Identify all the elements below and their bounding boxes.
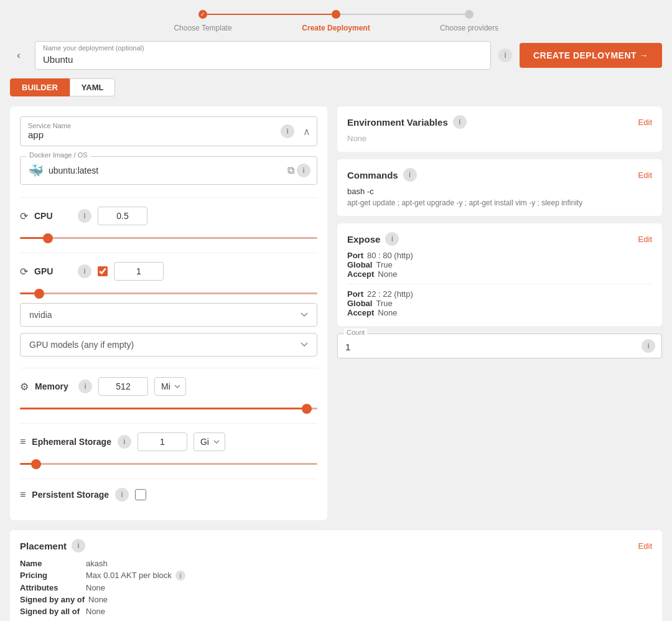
docker-info-icon[interactable]: i — [297, 164, 310, 177]
docker-image-label: Docker Image / OS — [27, 151, 90, 159]
placement-pricing-row: Pricing Max 0.01 AKT per block i — [20, 571, 652, 581]
placement-signed-all-row: Signed by all of None — [20, 607, 652, 616]
placement-title: Placement — [20, 541, 67, 551]
persistent-storage-checkbox[interactable] — [135, 489, 146, 500]
memory-section: ⚙ Memory i Mi Gi — [20, 368, 317, 412]
cpu-input[interactable] — [98, 207, 147, 225]
expose-card: Expose i Edit Port80 : 80 (http) GlobalT… — [337, 223, 662, 326]
commands-card: Commands i Edit bash -c apt-get update ;… — [337, 159, 662, 216]
env-variables-card: Environment Variables i Edit None — [337, 106, 662, 152]
commands-edit-link[interactable]: Edit — [638, 170, 652, 180]
right-panel: Environment Variables i Edit None Comman… — [337, 106, 662, 358]
expose-info-icon[interactable]: i — [385, 232, 399, 246]
expose-port-2: Port22 : 22 (http) GlobalTrue AcceptNone — [347, 289, 652, 317]
step-choose-template: ✓ — [198, 10, 207, 21]
persistent-storage-section: ≡ Persistent Storage i — [20, 479, 317, 510]
step-choose-providers — [465, 10, 474, 21]
persistent-storage-info-icon[interactable]: i — [115, 488, 129, 502]
tab-builder[interactable]: BUILDER — [10, 78, 70, 96]
back-button[interactable]: ‹ — [10, 47, 27, 64]
gpu-section: ⟳ GPU i nvidia amd GPU m — [20, 253, 317, 357]
ephemeral-storage-unit-select[interactable]: Gi Mi — [194, 432, 225, 451]
memory-unit-select[interactable]: Mi Gi — [154, 377, 186, 396]
create-deployment-button[interactable]: CREATE DEPLOYMENT → — [520, 43, 662, 68]
count-input[interactable] — [345, 339, 637, 352]
memory-info-icon[interactable]: i — [78, 380, 92, 393]
commands-line1: bash -c — [347, 187, 652, 196]
expose-edit-link[interactable]: Edit — [638, 235, 652, 244]
ephemeral-storage-slider[interactable] — [20, 463, 317, 465]
gpu-slider[interactable] — [20, 292, 317, 294]
gpu-model-select[interactable]: GPU models (any if empty) — [20, 333, 317, 357]
count-info-icon[interactable]: i — [642, 339, 655, 353]
docker-image-field[interactable]: Docker Image / OS 🐳 ubuntu:latest ⧉ i — [20, 156, 317, 185]
step-label-choose-providers: Choose providers — [403, 24, 536, 32]
persistent-storage-icon: ≡ — [20, 489, 26, 500]
docker-image-value: ubuntu:latest — [49, 166, 98, 175]
deployment-name-field[interactable]: Name your deployment (optional) — [35, 41, 491, 70]
ephemeral-storage-icon: ≡ — [20, 436, 26, 447]
gpu-input[interactable] — [114, 262, 164, 281]
expose-divider — [347, 284, 652, 284]
connector-2 — [340, 14, 465, 15]
commands-line2: apt-get update ; apt-get upgrade -y ; ap… — [347, 198, 652, 207]
docker-external-link-icon[interactable]: ⧉ — [287, 165, 294, 176]
ephemeral-storage-info-icon[interactable]: i — [118, 435, 131, 449]
commands-title: Commands — [347, 170, 398, 180]
service-name-field[interactable]: Service Name i ∧ — [20, 116, 317, 146]
ephemeral-storage-input[interactable] — [138, 432, 187, 451]
persistent-storage-label: Persistent Storage — [32, 490, 109, 500]
placement-edit-link[interactable]: Edit — [638, 541, 652, 551]
service-card: Service Name i ∧ Docker Image / OS 🐳 ubu… — [10, 106, 327, 520]
step-create-deployment — [332, 10, 340, 21]
step-label-choose-template: Choose Template — [136, 24, 269, 32]
expose-port-1: Port80 : 80 (http) GlobalTrue AcceptNone — [347, 251, 652, 279]
cpu-section: ⟳ CPU i — [20, 197, 317, 241]
memory-icon: ⚙ — [20, 381, 29, 393]
deployment-name-label: Name your deployment (optional) — [43, 44, 144, 52]
docker-icon: 🐳 — [28, 163, 44, 178]
commands-info-icon[interactable]: i — [403, 168, 417, 182]
ephemeral-storage-label: Ephemeral Storage — [32, 437, 111, 447]
gpu-vendor-select[interactable]: nvidia amd — [20, 303, 317, 327]
memory-slider[interactable] — [20, 408, 317, 409]
tab-yaml[interactable]: YAML — [70, 78, 116, 96]
service-name-input[interactable] — [28, 129, 272, 140]
service-name-label: Service Name — [28, 122, 272, 129]
checkmark-icon: ✓ — [200, 11, 205, 17]
gpu-icon: ⟳ — [20, 266, 28, 278]
env-variables-value: None — [347, 134, 652, 143]
placement-name-row: Name akash — [20, 559, 652, 568]
memory-input[interactable] — [98, 377, 148, 396]
memory-label: Memory — [35, 381, 72, 391]
service-name-info-icon[interactable]: i — [281, 124, 294, 138]
env-variables-info-icon[interactable]: i — [453, 115, 467, 129]
count-label: Count — [344, 329, 367, 336]
expose-title: Expose — [347, 234, 380, 245]
back-icon: ‹ — [17, 50, 20, 61]
count-field[interactable]: Count i — [337, 334, 662, 358]
env-variables-title: Environment Variables — [347, 117, 448, 128]
placement-attributes-row: Attributes None — [20, 583, 652, 592]
service-collapse-icon[interactable]: ∧ — [303, 126, 310, 138]
placement-signed-any-row: Signed by any of None — [20, 595, 652, 604]
deployment-info-icon[interactable]: i — [498, 49, 512, 62]
placement-card: Placement i Edit Name akash Pricing Max … — [10, 530, 662, 621]
ephemeral-storage-section: ≡ Ephemeral Storage i Gi Mi — [20, 423, 317, 467]
connector-1 — [207, 14, 332, 15]
step-label-create-deployment: Create Deployment — [269, 24, 403, 32]
env-variables-edit-link[interactable]: Edit — [638, 118, 652, 127]
gpu-info-icon[interactable]: i — [78, 264, 91, 278]
cpu-info-icon[interactable]: i — [78, 209, 91, 223]
gpu-checkbox[interactable] — [98, 266, 108, 276]
cpu-label: CPU — [34, 211, 72, 221]
gpu-label: GPU — [34, 266, 72, 276]
cpu-icon: ⟳ — [20, 210, 28, 222]
cpu-slider[interactable] — [20, 237, 317, 239]
placement-info-icon[interactable]: i — [72, 539, 85, 553]
placement-pricing-info-icon[interactable]: i — [175, 571, 185, 581]
